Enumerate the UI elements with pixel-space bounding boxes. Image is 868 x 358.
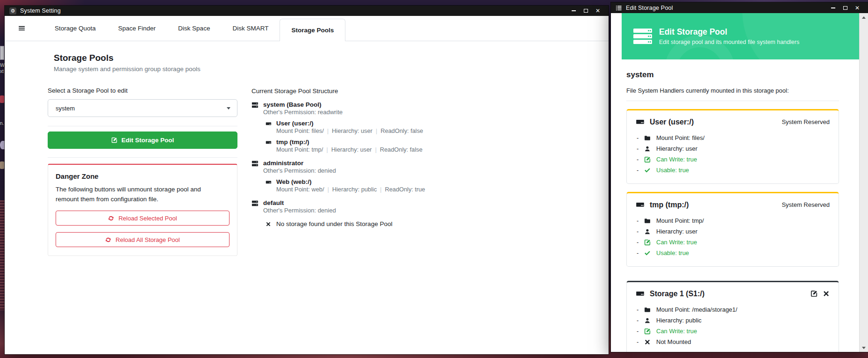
desktop-icon-fragment	[0, 161, 4, 169]
hdd-icon	[265, 179, 272, 185]
hdd-icon	[265, 121, 272, 127]
titlebar[interactable]: Edit Storage Pool ✕	[611, 2, 868, 13]
tree-storage-web: Web (web:/) Mount Point: web/|Hierarchy:…	[265, 179, 504, 193]
storage-details: Mount Point: web/|Hierarchy: public|Read…	[276, 186, 425, 193]
check-icon	[644, 250, 651, 256]
x-icon	[644, 339, 651, 345]
divider	[48, 157, 237, 158]
handler-title: Storage 1 (S1:/)	[650, 290, 704, 298]
hamburger-menu-icon[interactable]	[18, 24, 26, 32]
pool-permission: Other's Permission: denied	[263, 167, 336, 175]
maximize-button[interactable]	[839, 3, 851, 13]
user-icon	[644, 317, 651, 324]
close-button[interactable]: ✕	[851, 3, 863, 13]
server-icon	[633, 29, 652, 44]
desktop-icon-fragment	[0, 95, 4, 103]
usable-row: - Usable: true	[636, 165, 830, 175]
desktop-icon-fragment	[0, 141, 5, 149]
empty-pool-message: No storage found under this Storage Pool	[265, 220, 504, 227]
handler-card-tmp: tmp (tmp:/) System Reserved - Mount Poin…	[626, 192, 839, 267]
reload-selected-pool-button[interactable]: Reload Selected Pool	[56, 211, 230, 226]
edit-icon	[644, 156, 651, 163]
edit-icon	[644, 328, 651, 335]
user-icon	[644, 228, 651, 235]
edit-icon	[111, 137, 117, 143]
tab-space-finder[interactable]: Space Finder	[107, 16, 167, 41]
tree-pool-administrator: administrator Other's Permission: denied…	[251, 160, 504, 193]
pool-permission: Other's Permission: readwrite	[263, 109, 343, 116]
desktop-label-fragment: n.	[0, 121, 4, 126]
pool-name-heading: system	[626, 70, 839, 80]
page-subtitle: Manage system and permission group stora…	[54, 65, 237, 73]
mount-point-row: - Mount Point: files/	[636, 132, 830, 143]
desktop-label-fragment: xt	[0, 69, 4, 74]
list-icon	[616, 5, 622, 11]
scroll-up-arrow[interactable]	[860, 14, 868, 21]
maximize-icon	[584, 9, 588, 13]
storage-pool-select[interactable]: system	[48, 99, 237, 117]
storage-name: tmp (tmp:/)	[276, 139, 423, 146]
storage-details: Mount Point: files/|Hierarchy: user|Read…	[276, 127, 423, 135]
mount-point-row: - Mount Point: tmp/	[636, 215, 830, 226]
hdd-icon	[636, 117, 645, 126]
handler-card-storage1: Storage 1 (S1:/) - Mount Point: /media/s…	[626, 281, 839, 352]
hdd-icon	[265, 139, 272, 146]
structure-heading: Current Storage Pool Structure	[251, 88, 504, 95]
minimize-icon	[831, 7, 835, 8]
tab-storage-pools[interactable]: Storage Pools	[280, 19, 345, 41]
pool-name: default	[263, 199, 336, 206]
divider	[48, 126, 237, 126]
usable-row: - Usable: true	[636, 248, 830, 258]
folder-icon	[644, 218, 651, 224]
refresh-icon	[105, 237, 111, 243]
reload-all-storage-pool-button[interactable]: Reload All Storage Pool	[56, 232, 230, 247]
hdd-icon	[636, 289, 645, 298]
storage-pools-page: Storage Pools Manage system and permissi…	[5, 41, 609, 256]
tree-storage-user: User (user:/) Mount Point: files/|Hierar…	[265, 120, 504, 135]
desktop: { "ui": { "separator": "|", "dash": "-",…	[0, 0, 868, 358]
tree-storage-tmp: tmp (tmp:/) Mount Point: tmp/|Hierarchy:…	[265, 139, 504, 153]
minimize-button[interactable]	[827, 3, 839, 13]
hierarchy-row: - Hierarchy: user	[636, 226, 830, 237]
refresh-icon	[108, 215, 114, 221]
close-icon: ✕	[595, 8, 600, 14]
selected-pool-value: system	[56, 105, 75, 112]
hero-banner: Edit Storage Pool Edit storage pool and …	[622, 13, 859, 59]
chevron-down-icon	[227, 107, 230, 110]
hdd-icon	[636, 200, 645, 209]
maximize-button[interactable]	[580, 6, 592, 15]
handlers-label: File System Handlers currently mounted i…	[626, 87, 839, 95]
tab-disk-space[interactable]: Disk Space	[167, 16, 221, 41]
edit-storage-pool-window: Edit Storage Pool ✕	[611, 2, 868, 352]
hierarchy-row: - Hierarchy: user	[636, 143, 830, 154]
tab-bar: Storage Quota Space Finder Disk Space Di…	[5, 16, 609, 41]
pool-name: administrator	[263, 160, 336, 167]
edit-icon	[644, 239, 651, 246]
storage-name: User (user:/)	[276, 120, 423, 127]
system-reserved-badge: System Reserved	[782, 118, 830, 125]
hierarchy-row: - Hierarchy: public	[636, 315, 830, 326]
folder-icon	[644, 135, 651, 141]
close-button[interactable]: ✕	[592, 6, 604, 15]
scrollbar[interactable]	[859, 13, 868, 352]
remove-handler-button[interactable]	[823, 290, 830, 297]
server-icon	[251, 200, 258, 207]
scroll-down-arrow[interactable]	[860, 344, 868, 351]
tab-disk-smart[interactable]: Disk SMART	[221, 16, 280, 41]
edit-handler-button[interactable]	[811, 290, 818, 297]
select-pool-label: Select a Storage Pool to edit	[48, 87, 237, 94]
tab-storage-quota[interactable]: Storage Quota	[43, 16, 107, 41]
server-icon	[251, 160, 258, 167]
danger-zone-title: Danger Zone	[56, 172, 230, 180]
edit-pool-panel: Edit Storage Pool Edit storage pool and …	[611, 13, 859, 352]
wallpaper-texture	[0, 200, 5, 310]
tree-pool-system: system (Base Pool) Other's Permission: r…	[251, 101, 504, 153]
titlebar[interactable]: ⚙ System Setting ✕	[5, 6, 609, 16]
minimize-button[interactable]	[567, 6, 580, 15]
user-icon	[644, 146, 651, 152]
system-setting-window: ⚙ System Setting ✕ Storage Quota Space F…	[5, 6, 609, 354]
edit-storage-pool-button[interactable]: Edit Storage Pool	[48, 132, 237, 149]
hero-subtitle: Edit storage pool and its mounted file s…	[659, 39, 799, 45]
handler-title: User (user:/)	[650, 118, 694, 126]
maximize-icon	[843, 6, 847, 10]
